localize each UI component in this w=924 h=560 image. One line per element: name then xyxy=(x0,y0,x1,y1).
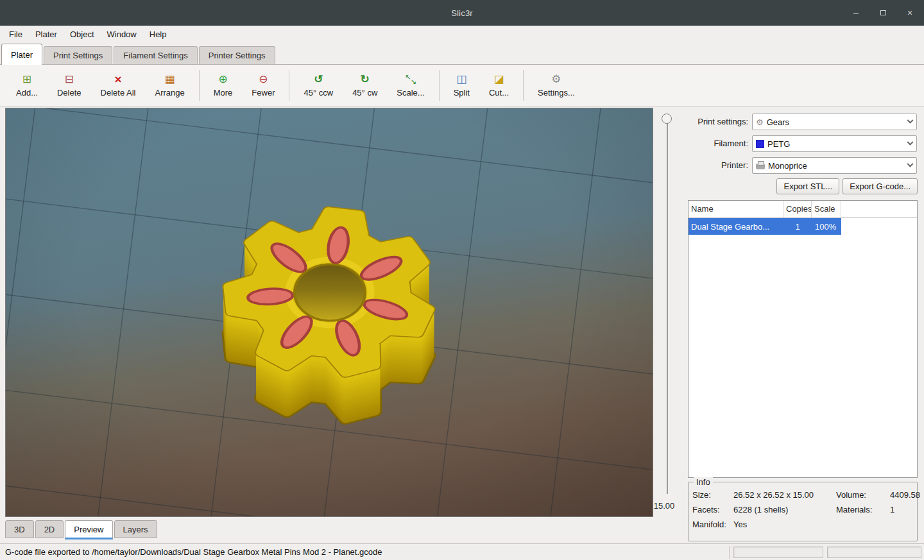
menu-help[interactable]: Help xyxy=(143,27,173,42)
tab-2d[interactable]: 2D xyxy=(35,520,64,538)
cut-icon: ◪ xyxy=(492,73,506,86)
object-list-header: Name Copies Scale xyxy=(689,201,917,218)
tab-3d[interactable]: 3D xyxy=(5,520,34,538)
layer-slider-handle[interactable] xyxy=(662,114,672,124)
status-bar: G-code file exported to /home/taylor/Dow… xyxy=(0,543,924,560)
chevron-down-icon xyxy=(907,117,914,123)
delete-button[interactable]: ⊟ Delete xyxy=(47,67,91,103)
maximize-button[interactable] xyxy=(874,4,892,21)
more-button[interactable]: ⊕ More xyxy=(204,67,243,103)
table-row[interactable]: Dual Stage Gearbo... 1 100% xyxy=(689,218,841,235)
delete-all-icon: × xyxy=(111,73,125,86)
fewer-icon: ⊖ xyxy=(256,73,270,86)
add-button[interactable]: ⊞ Add... xyxy=(6,67,47,103)
chevron-down-icon xyxy=(907,139,914,145)
printer-select[interactable]: Monoprice xyxy=(752,157,917,174)
volume-label: Volume: xyxy=(836,490,890,500)
statusbar-separator xyxy=(729,546,730,559)
settings-button[interactable]: ⚙ Settings... xyxy=(528,67,585,103)
print-settings-label: Print settings: xyxy=(684,114,748,130)
layer-slider-value: 15.00 xyxy=(648,501,680,511)
tab-filament-settings[interactable]: Filament Settings xyxy=(114,46,197,64)
more-icon: ⊕ xyxy=(216,73,230,86)
statusbar-panel xyxy=(733,547,823,558)
export-row: Export STL... Export G-code... xyxy=(687,178,918,194)
viewport-3d[interactable] xyxy=(5,108,653,517)
column-header-scale[interactable]: Scale xyxy=(812,201,841,217)
gear-model[interactable] xyxy=(201,177,458,453)
rotate-cw-button[interactable]: ↻ 45° cw xyxy=(343,67,387,103)
column-header-copies[interactable]: Copies xyxy=(783,201,812,217)
toolbar-separator xyxy=(439,70,440,101)
filament-select[interactable]: PETG xyxy=(752,135,917,152)
minimize-button[interactable]: – xyxy=(847,4,865,21)
scale-icon: ↖↘ xyxy=(405,74,416,85)
materials-label: Materials: xyxy=(836,505,890,514)
maximize-icon xyxy=(880,10,886,15)
add-icon: ⊞ xyxy=(20,73,34,86)
object-list: Name Copies Scale Dual Stage Gearbo... 1… xyxy=(688,200,918,478)
tab-preview[interactable]: Preview xyxy=(65,520,112,539)
window-title: Slic3r xyxy=(451,8,473,18)
settings-icon: ⚙ xyxy=(549,73,563,86)
rotate-cw-icon: ↻ xyxy=(358,73,372,86)
layer-slider-track[interactable] xyxy=(667,122,668,494)
window-controls: – × xyxy=(847,0,919,26)
gear-icon: ⚙ xyxy=(756,117,764,127)
menu-window[interactable]: Window xyxy=(101,27,143,42)
status-message: G-code file exported to /home/taylor/Dow… xyxy=(5,544,382,560)
menu-object[interactable]: Object xyxy=(64,27,101,42)
menu-plater[interactable]: Plater xyxy=(29,27,64,42)
scale-button[interactable]: ↖↘ Scale... xyxy=(387,67,434,103)
tab-layers[interactable]: Layers xyxy=(114,520,157,538)
plater-toolbar: ⊞ Add... ⊟ Delete × Delete All ▦ Arrange… xyxy=(0,64,924,106)
toolbar-separator xyxy=(523,70,524,101)
column-header-filler xyxy=(841,201,917,217)
tab-plater[interactable]: Plater xyxy=(1,44,42,65)
export-stl-button[interactable]: Export STL... xyxy=(776,178,839,194)
cut-button[interactable]: ◪ Cut... xyxy=(479,67,518,103)
manifold-label: Manifold: xyxy=(692,520,733,529)
info-panel: Info Size: 26.52 x 26.52 x 15.00 Volume:… xyxy=(688,482,918,541)
title-bar[interactable]: Slic3r – × xyxy=(0,0,924,26)
fewer-button[interactable]: ⊖ Fewer xyxy=(242,67,284,103)
arrange-button[interactable]: ▦ Arrange xyxy=(145,67,194,103)
rotate-ccw-button[interactable]: ↺ 45° ccw xyxy=(294,67,343,103)
volume-value: 4409.58 xyxy=(890,490,920,500)
tab-print-settings[interactable]: Print Settings xyxy=(44,46,112,64)
split-button[interactable]: ◫ Split xyxy=(444,67,479,103)
arrange-icon: ▦ xyxy=(163,73,177,86)
view-tabs: 3D 2D Preview Layers xyxy=(5,520,157,539)
menu-file[interactable]: File xyxy=(3,27,29,42)
main-tabs: Plater Print Settings Filament Settings … xyxy=(0,43,924,64)
info-panel-title: Info xyxy=(694,477,713,487)
toolbar-separator xyxy=(289,70,289,101)
delete-icon: ⊟ xyxy=(62,73,76,86)
statusbar-panel xyxy=(827,547,921,558)
printer-label: Printer: xyxy=(684,157,748,174)
toolbar-separator xyxy=(199,70,200,101)
column-header-name[interactable]: Name xyxy=(689,201,783,217)
split-icon: ◫ xyxy=(454,73,468,86)
delete-all-button[interactable]: × Delete All xyxy=(91,67,146,103)
materials-value: 1 xyxy=(890,505,920,514)
export-gcode-button[interactable]: Export G-code... xyxy=(843,178,918,194)
size-value: 26.52 x 26.52 x 15.00 xyxy=(733,490,836,500)
filament-color-swatch xyxy=(756,140,764,148)
print-settings-select[interactable]: ⚙ Gears xyxy=(752,114,917,130)
facets-label: Facets: xyxy=(692,505,733,514)
tab-printer-settings[interactable]: Printer Settings xyxy=(199,46,275,64)
facets-value: 6228 (1 shells) xyxy=(733,505,836,514)
filament-label: Filament: xyxy=(684,135,748,152)
size-label: Size: xyxy=(692,490,733,500)
close-button[interactable]: × xyxy=(901,4,919,21)
manifold-value: Yes xyxy=(733,520,836,529)
printer-icon xyxy=(756,164,765,169)
menu-bar: File Plater Object Window Help xyxy=(0,26,924,43)
rotate-ccw-icon: ↺ xyxy=(311,73,325,86)
chevron-down-icon xyxy=(907,160,914,167)
